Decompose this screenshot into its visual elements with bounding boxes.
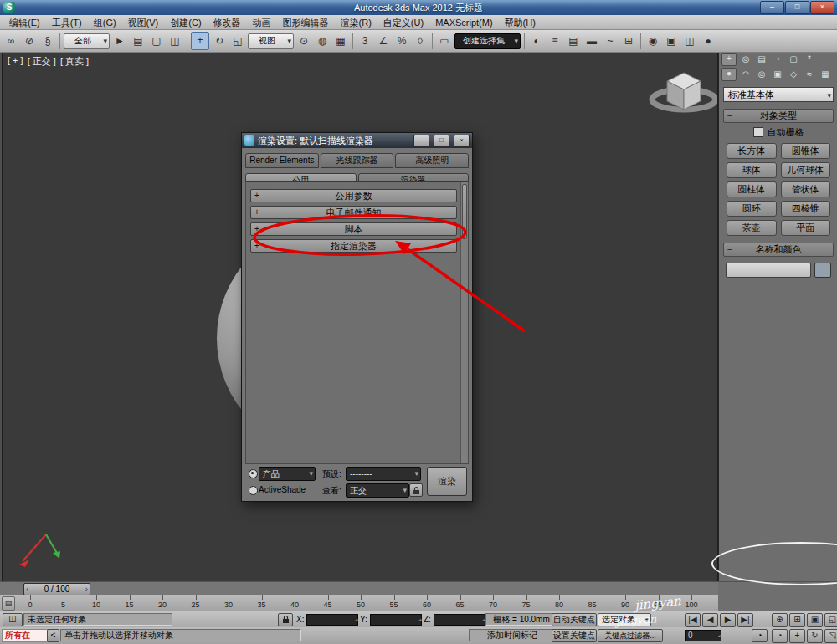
menu-item[interactable]: 工具(T) [46, 16, 88, 29]
object-type-rollout-header[interactable]: 对象类型 [723, 109, 834, 123]
dialog-scrollbar[interactable] [460, 182, 468, 463]
listener-expand-button[interactable]: < [47, 629, 59, 642]
primitive-type-dropdown[interactable]: 标准基本体 [723, 87, 834, 102]
minimize-button[interactable]: – [760, 1, 784, 14]
menu-item[interactable]: 视图(V) [122, 16, 165, 29]
primitive-button[interactable]: 圆锥体 [781, 143, 831, 159]
menu-item[interactable]: 修改器 [208, 16, 247, 29]
zoom-extents-icon[interactable]: ▣ [807, 613, 823, 627]
selection-filter-dropdown[interactable]: 全部 [64, 33, 110, 49]
render-target-dropdown[interactable]: 产品 [259, 467, 316, 481]
select-object-icon[interactable]: ► [111, 33, 128, 49]
viewport-label[interactable]: [ 正交 ] [28, 55, 56, 68]
track-bar[interactable]: ▤ 05101520253035404550556065707580859095… [0, 595, 718, 612]
helpers-category-icon[interactable]: ◇ [787, 69, 800, 80]
maxscript-mini-listener[interactable]: 所有在 [2, 629, 49, 642]
primitive-button[interactable]: 球体 [727, 162, 777, 178]
go-to-end-icon[interactable]: ▶| [737, 613, 753, 627]
activeshade-radio[interactable] [249, 486, 258, 495]
rectangular-selection-region-icon[interactable]: ▢ [148, 33, 165, 49]
tab-advanced-lighting[interactable]: 高级照明 [395, 153, 469, 168]
edit-named-selections-icon[interactable]: ▭ [436, 33, 453, 49]
y-coordinate-field[interactable] [370, 614, 422, 626]
graphite-ribbon-icon[interactable]: ▬ [583, 33, 600, 49]
viewport-select-dropdown[interactable]: 正交 [346, 483, 409, 498]
previous-frame-icon[interactable]: ◀ [702, 613, 718, 627]
lights-category-icon[interactable]: ◎ [755, 69, 768, 80]
select-and-scale-icon[interactable]: ◱ [229, 33, 246, 49]
add-time-tag[interactable]: 添加时间标记 [469, 629, 556, 641]
autogrid-checkbox[interactable] [753, 127, 763, 137]
systems-category-icon[interactable]: ▦ [819, 69, 832, 80]
angle-snap-icon[interactable]: ∠ [375, 33, 392, 49]
bind-to-space-warp-icon[interactable]: § [39, 33, 56, 49]
select-and-manipulate-icon[interactable]: ◍ [314, 33, 331, 49]
object-color-swatch[interactable] [814, 263, 831, 278]
menu-item[interactable]: MAXScript(M) [429, 16, 498, 29]
curve-editor-icon[interactable]: ~ [602, 33, 619, 49]
select-and-link-icon[interactable]: ∞ [3, 33, 19, 49]
target-production-radio[interactable] [249, 469, 258, 478]
spinner-snap-icon[interactable]: ◊ [412, 33, 429, 49]
viewcube[interactable] [645, 64, 718, 130]
time-slider-handle[interactable]: 0 / 100 [23, 583, 90, 595]
named-selection-dropdown[interactable]: 创建选择集 [454, 33, 521, 49]
schematic-view-icon[interactable]: ⊞ [620, 33, 637, 49]
rollout-assign-renderer[interactable]: 指定渲染器 [250, 239, 457, 253]
render-production-icon[interactable]: ● [700, 33, 716, 49]
spacewarps-category-icon[interactable]: ≈ [803, 69, 816, 80]
rendered-frame-window-icon[interactable]: ◫ [681, 33, 698, 49]
display-tab-icon[interactable]: ▢ [787, 54, 800, 65]
utilities-tab-icon[interactable]: * [803, 54, 816, 65]
mirror-icon[interactable]: ◐ [528, 33, 545, 49]
tab-raytracer[interactable]: 光线跟踪器 [321, 153, 394, 168]
menu-item[interactable]: 创建(C) [164, 16, 207, 29]
tab-render-elements[interactable]: Render Elements [245, 153, 319, 168]
dialog-title-bar[interactable]: 渲染设置: 默认扫描线渲染器 – □ × [242, 133, 472, 148]
snaps-toggle-icon[interactable]: 3 [357, 33, 373, 49]
align-icon[interactable]: ≡ [547, 33, 563, 49]
play-animation-icon[interactable]: ▶ [720, 613, 736, 627]
select-and-move-icon[interactable]: + [191, 32, 209, 50]
rollout-common-parameters[interactable]: 公用参数 [250, 189, 457, 202]
field-of-view-icon[interactable]: ◔ [772, 629, 788, 643]
menu-item[interactable]: 帮助(H) [499, 16, 542, 29]
primitive-button[interactable]: 圆环 [727, 201, 777, 217]
window-crossing-toggle-icon[interactable]: ◫ [167, 33, 183, 49]
primitive-button[interactable]: 平面 [781, 220, 831, 236]
z-coordinate-field[interactable] [434, 614, 485, 626]
reference-coordinate-dropdown[interactable]: 视图 [248, 33, 294, 49]
time-configuration-button[interactable]: ◔ [752, 629, 768, 642]
maximize-viewport-toggle-icon[interactable]: ◹ [824, 629, 837, 643]
dialog-minimize-button[interactable]: – [413, 135, 429, 147]
primitive-button[interactable]: 长方体 [727, 143, 777, 159]
x-coordinate-field[interactable] [306, 614, 358, 626]
shapes-category-icon[interactable]: ◠ [739, 69, 752, 80]
menu-item[interactable]: 自定义(U) [377, 16, 429, 29]
dialog-maximize-button[interactable]: □ [434, 135, 449, 147]
modify-tab-icon[interactable]: ◎ [739, 54, 752, 65]
lock-view-button[interactable] [409, 483, 423, 497]
zoom-all-icon[interactable]: ⊞ [789, 613, 805, 627]
select-by-name-icon[interactable]: ▤ [130, 33, 146, 49]
viewport-label[interactable]: [ 真实 ] [60, 55, 89, 68]
cameras-category-icon[interactable]: ▣ [771, 69, 784, 80]
menu-item[interactable]: 图形编辑器 [277, 16, 335, 29]
set-key-button[interactable]: 设置关键点 [552, 629, 597, 642]
key-filters-button[interactable]: 关键点过滤器... [598, 629, 663, 642]
percent-snap-icon[interactable]: % [393, 33, 410, 49]
name-color-rollout-header[interactable]: 名称和颜色 [723, 243, 834, 257]
zoom-icon[interactable]: ⊕ [772, 613, 788, 627]
unlink-selection-icon[interactable]: ⊘ [21, 33, 38, 49]
menu-item[interactable]: 组(G) [88, 16, 122, 29]
select-and-rotate-icon[interactable]: ↻ [211, 33, 228, 49]
preset-dropdown[interactable]: -------- [346, 467, 421, 481]
keyboard-override-icon[interactable]: ▦ [332, 33, 349, 49]
selection-lock-toggle[interactable] [278, 613, 293, 626]
close-button[interactable]: × [810, 1, 834, 14]
primitive-button[interactable]: 几何球体 [781, 162, 831, 178]
primitive-button[interactable]: 管状体 [781, 181, 831, 197]
pan-view-icon[interactable]: + [789, 629, 805, 643]
menu-item[interactable]: 渲染(R) [335, 16, 377, 29]
go-to-start-icon[interactable]: |◀ [685, 613, 701, 627]
